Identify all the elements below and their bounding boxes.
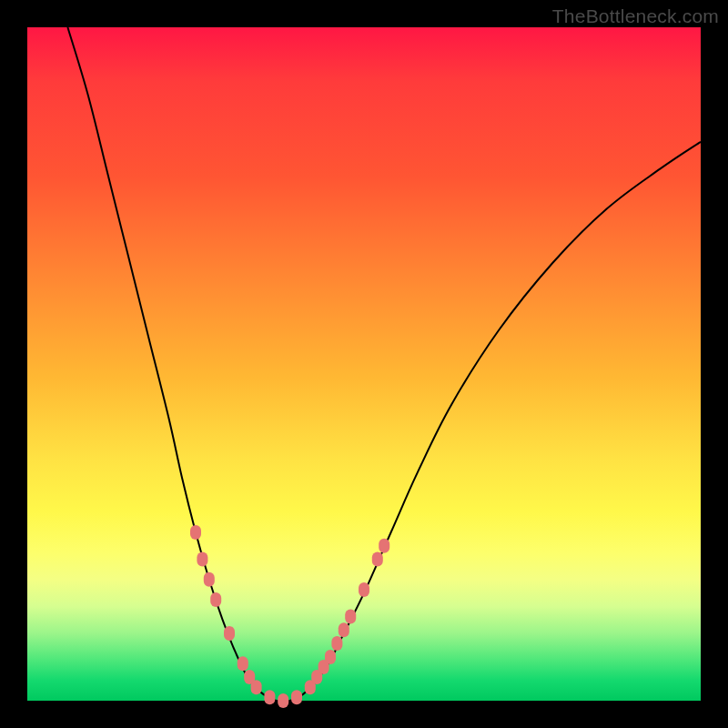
curve-marker xyxy=(339,622,349,637)
plot-area xyxy=(27,27,701,701)
curve-marker xyxy=(331,636,342,651)
curve-marker xyxy=(291,690,302,704)
curve-marker xyxy=(278,693,288,708)
attribution-text: TheBottleneck.com xyxy=(552,5,719,27)
curve-marker xyxy=(325,650,336,664)
curve-marker xyxy=(372,552,383,567)
curve-marker xyxy=(379,539,389,553)
curve-line xyxy=(67,27,701,702)
curve-marker xyxy=(264,690,275,704)
curve-markers xyxy=(190,525,389,708)
curve-marker xyxy=(197,552,207,567)
curve-marker xyxy=(251,680,262,694)
curve-marker xyxy=(190,525,201,540)
curve-marker xyxy=(238,656,248,671)
chart-container: TheBottleneck.com xyxy=(0,0,728,728)
curve-marker xyxy=(359,582,369,597)
bottleneck-curve xyxy=(27,27,701,701)
curve-marker xyxy=(204,572,215,587)
curve-marker xyxy=(210,592,221,607)
curve-marker xyxy=(345,610,356,624)
curve-marker xyxy=(224,626,235,641)
